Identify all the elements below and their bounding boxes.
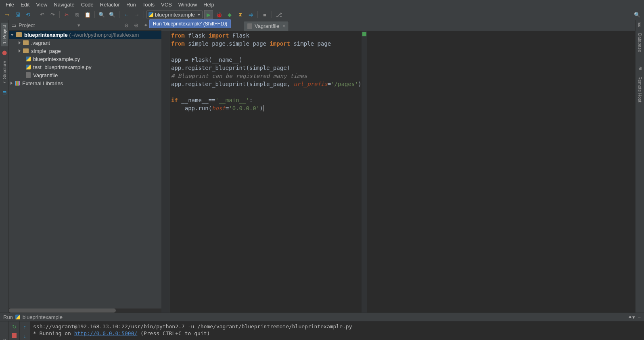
rerun-button[interactable]: ↻ bbox=[11, 324, 17, 330]
run-action-bar-left: ↻ ▤ 📌 ✕ ? bbox=[9, 321, 19, 340]
tool-tab-remote-host[interactable]: Remote Host bbox=[638, 75, 642, 104]
profile-button[interactable]: ⧗ bbox=[236, 10, 245, 19]
stop-button[interactable]: ■ bbox=[260, 10, 269, 19]
editor-tabs: Vagrantfile × bbox=[161, 20, 635, 31]
tab-vagrantfile[interactable]: Vagrantfile × bbox=[244, 21, 289, 31]
python-icon bbox=[26, 65, 31, 69]
tool-tab-database[interactable]: Database bbox=[638, 31, 642, 54]
code-editor[interactable]: from flask import Flask from simple_page… bbox=[161, 31, 635, 313]
library-icon bbox=[15, 81, 20, 86]
run-button[interactable]: ▶ bbox=[204, 10, 213, 19]
search-everywhere-icon[interactable]: 🔍 bbox=[633, 10, 642, 19]
replace-icon[interactable]: 🔍 bbox=[108, 10, 117, 19]
run-title: Run bbox=[3, 314, 13, 320]
expand-icon[interactable] bbox=[10, 82, 13, 85]
tree-folder-vagrant[interactable]: .vagrant bbox=[9, 39, 161, 47]
remote-host-icon[interactable]: 🖥 bbox=[638, 66, 642, 71]
tree-folder-simple-page[interactable]: simple_page bbox=[9, 47, 161, 55]
structure-icon[interactable]: ⬒ bbox=[2, 90, 6, 95]
menu-window[interactable]: Window bbox=[175, 0, 200, 9]
collapse-icon[interactable]: ⊖ bbox=[123, 22, 130, 29]
find-icon[interactable]: 🔍 bbox=[97, 10, 106, 19]
paste-icon[interactable]: 📋 bbox=[83, 10, 92, 19]
editor-marker-bar[interactable] bbox=[362, 31, 367, 313]
debug-button[interactable]: 🐞 bbox=[215, 10, 224, 19]
redo-icon[interactable]: ↷ bbox=[48, 10, 57, 19]
expand-icon[interactable] bbox=[19, 41, 21, 44]
console-line: ssh://vagrant@192.168.33.10:22/usr/bin/p… bbox=[33, 323, 641, 330]
menu-tools[interactable]: Tools bbox=[139, 0, 158, 9]
menu-edit[interactable]: Edit bbox=[17, 0, 33, 9]
menu-code[interactable]: Code bbox=[78, 0, 97, 9]
run-tool-header: Run blueprintexample ✦▾ − bbox=[0, 313, 644, 321]
menu-file[interactable]: File bbox=[2, 0, 17, 9]
menu-navigate[interactable]: Navigate bbox=[50, 0, 77, 9]
text-caret bbox=[263, 105, 263, 111]
git-icon[interactable]: ⬤ bbox=[2, 50, 7, 55]
expand-icon[interactable] bbox=[19, 49, 21, 52]
menu-refactor[interactable]: Refactor bbox=[97, 0, 123, 9]
editor-gutter[interactable] bbox=[161, 31, 169, 313]
down-button[interactable]: ↓ bbox=[22, 333, 28, 338]
settings-gear-icon[interactable]: ✦▾ bbox=[628, 314, 635, 320]
console-output[interactable]: ssh://vagrant@192.168.33.10:22/usr/bin/p… bbox=[30, 321, 644, 340]
coverage-button[interactable]: ◆ bbox=[225, 10, 234, 19]
tree-file-test[interactable]: test_blueprintexample.py bbox=[9, 63, 161, 71]
file-icon bbox=[247, 23, 252, 29]
tool-tab-favorites[interactable]: 2: Favorites bbox=[1, 338, 7, 340]
horizontal-scrollbar[interactable] bbox=[9, 309, 161, 313]
tree-label: Vagrantfile bbox=[33, 72, 58, 78]
project-tree[interactable]: blueprintexample (~/work/pythonproj/flas… bbox=[9, 31, 161, 313]
tree-file-vagrantfile[interactable]: Vagrantfile bbox=[9, 71, 161, 79]
run-tool-window: 2: Favorites ★ ↻ ▤ 📌 ✕ ? ↑ ↓ ↩ 🖶 🗑 🗑 ssh… bbox=[0, 321, 644, 340]
stop-button[interactable] bbox=[11, 333, 17, 338]
sync-icon[interactable]: ⟲ bbox=[23, 10, 32, 19]
menu-bar: File Edit View Navigate Code Refactor Ru… bbox=[0, 0, 644, 9]
menu-vcs[interactable]: VCS bbox=[158, 0, 175, 9]
tree-label: blueprintexample.py bbox=[33, 56, 80, 62]
python-icon bbox=[26, 57, 31, 61]
tree-file-blueprintexample[interactable]: blueprintexample.py bbox=[9, 55, 161, 63]
up-button[interactable]: ↑ bbox=[22, 324, 28, 330]
tool-tab-structure[interactable]: 7: Structure bbox=[2, 59, 7, 86]
scrollbar-thumb[interactable] bbox=[9, 309, 116, 313]
tree-label: simple_page bbox=[31, 48, 61, 54]
right-tool-gutter: 🗄 Database 🖥 Remote Host bbox=[635, 20, 644, 313]
tool-tab-project[interactable]: 1: Project bbox=[1, 23, 8, 46]
expand-icon[interactable] bbox=[10, 34, 14, 36]
run-config-name: blueprintexample bbox=[23, 314, 63, 320]
code-content[interactable]: from flask import Flask from simple_page… bbox=[169, 31, 362, 313]
hide-icon[interactable]: − bbox=[638, 314, 641, 320]
menu-help[interactable]: Help bbox=[200, 0, 217, 9]
menu-run[interactable]: Run bbox=[123, 0, 139, 9]
save-all-icon[interactable]: 🖫 bbox=[13, 10, 22, 19]
vcs-icon[interactable]: ⎇ bbox=[274, 10, 283, 19]
run-config-label: blueprintexample bbox=[155, 12, 195, 18]
project-header: ▭ Project ▾ ⊖ ⊕ ✦ − bbox=[9, 20, 161, 31]
copy-icon[interactable]: ⎘ bbox=[73, 10, 82, 19]
separator bbox=[59, 11, 60, 18]
tooltip-run: Run 'blueprintexample' (Shift+F10) bbox=[149, 19, 231, 28]
settings-gear-icon[interactable]: ✦ bbox=[142, 22, 149, 29]
tree-external-libraries[interactable]: External Libraries bbox=[9, 79, 161, 87]
console-link[interactable]: http://0.0.0.0:5000/ bbox=[74, 330, 138, 336]
close-icon[interactable]: × bbox=[282, 23, 285, 29]
menu-view[interactable]: View bbox=[33, 0, 50, 9]
run-action-bar-right: ↑ ↓ ↩ 🖶 🗑 🗑 bbox=[19, 321, 30, 340]
chevron-down-icon[interactable]: ▾ bbox=[75, 22, 82, 29]
undo-icon[interactable]: ↶ bbox=[38, 10, 46, 19]
forward-icon[interactable]: → bbox=[132, 10, 141, 19]
back-icon[interactable]: ← bbox=[122, 10, 131, 19]
concurrency-button[interactable]: ⇉ bbox=[246, 10, 255, 19]
run-config-dropdown[interactable]: blueprintexample bbox=[146, 10, 203, 19]
database-icon[interactable]: 🗄 bbox=[638, 23, 642, 27]
chevron-down-icon bbox=[197, 14, 201, 16]
cut-icon[interactable]: ✂ bbox=[62, 10, 71, 19]
tree-root[interactable]: blueprintexample (~/work/pythonproj/flas… bbox=[9, 31, 161, 39]
open-icon[interactable]: ▭ bbox=[2, 10, 11, 19]
folder-icon bbox=[16, 32, 22, 37]
tree-label: .vagrant bbox=[31, 40, 50, 46]
project-view-icon: ▭ bbox=[11, 22, 16, 28]
separator bbox=[144, 11, 144, 18]
target-icon[interactable]: ⊕ bbox=[132, 22, 140, 29]
